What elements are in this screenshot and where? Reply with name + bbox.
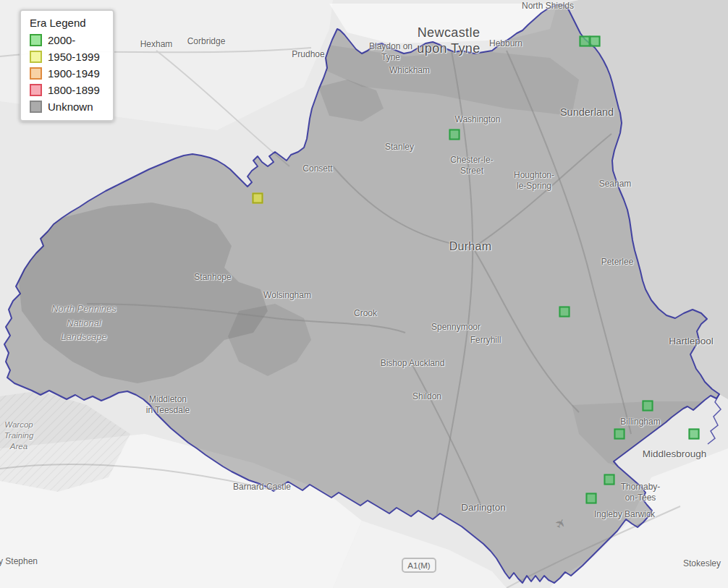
legend-item-label: 1950-1999 [48, 51, 100, 63]
map-viewport[interactable]: Newcastle upon Tyne Sunderland Durham Mi… [0, 0, 728, 588]
era-marker[interactable] [253, 193, 263, 204]
era-marker[interactable] [689, 429, 700, 440]
era-marker[interactable] [604, 474, 615, 485]
era-marker[interactable] [449, 129, 460, 140]
legend-item-label: 1900-1949 [48, 67, 100, 80]
legend-item-label: Unknown [48, 101, 93, 113]
road-badge-a1m: A1(M) [402, 558, 436, 573]
legend-item: 2000- [30, 34, 104, 46]
legend-item: Unknown [30, 101, 104, 113]
legend-item-label: 2000- [48, 34, 75, 46]
era-marker[interactable] [580, 36, 591, 47]
legend-swatch-icon [30, 67, 42, 80]
era-marker[interactable] [590, 36, 601, 47]
legend-item: 1950-1999 [30, 51, 104, 63]
era-legend: Era Legend 2000- 1950-1999 1900-1949 180… [20, 9, 114, 122]
era-marker[interactable] [614, 429, 625, 440]
era-marker[interactable] [643, 401, 653, 412]
legend-swatch-icon [30, 51, 42, 63]
legend-item: 1800-1899 [30, 84, 104, 96]
legend-swatch-icon [30, 34, 42, 46]
legend-item-label: 1800-1899 [48, 84, 100, 96]
legend-title: Era Legend [30, 17, 104, 29]
legend-item: 1900-1949 [30, 67, 104, 80]
legend-swatch-icon [30, 84, 42, 96]
legend-items: 2000- 1950-1999 1900-1949 1800-1899 Unkn… [30, 34, 104, 113]
era-marker[interactable] [559, 307, 570, 318]
era-marker[interactable] [586, 493, 597, 504]
legend-swatch-icon [30, 101, 42, 113]
